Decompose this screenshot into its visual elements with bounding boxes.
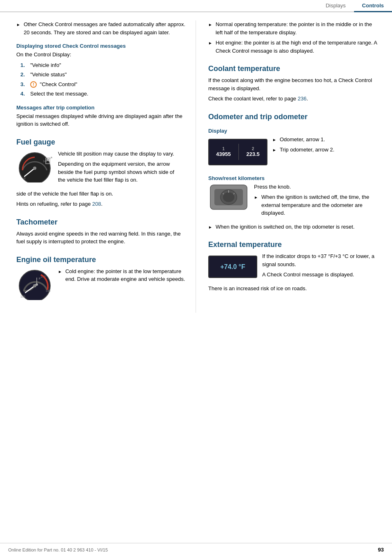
ext-temp-text3: There is an increased risk of ice on roa…	[208, 285, 380, 293]
coolant-link[interactable]: 236	[298, 96, 307, 102]
ext-temp-text1: If the indicator drops to +37 °F/+3 °C o…	[262, 252, 380, 268]
ext-temp-block: +74.0 °F If the indicator drops to +37 °…	[208, 252, 380, 281]
coolant-text2: Check the coolant level, refer to page 2…	[208, 95, 380, 103]
bullet-arrow-icon: ►	[208, 40, 212, 46]
tab-controls[interactable]: Controls	[354, 0, 392, 12]
fuel-text-part: Vehicle tilt position may cause the disp…	[58, 150, 183, 187]
svg-point-15	[36, 283, 38, 286]
show-reset-bullet1: ► When the ignition is switched off, the…	[254, 193, 380, 217]
warning-icon: !	[30, 81, 37, 88]
fuel-link[interactable]: 208	[92, 201, 101, 207]
bullet-arrow-icon: ►	[208, 224, 212, 230]
right-column: ► Normal operating temperature: the poin…	[196, 20, 392, 313]
external-temp-heading: External temperature	[208, 240, 380, 249]
oil-text-part: ► Cold engine: the pointer is at the low…	[58, 267, 187, 301]
section1-heading: Displaying stored Check Control messages	[16, 43, 187, 49]
svg-point-20	[223, 192, 234, 202]
left-column: ► Other Check Control messages are faded…	[0, 20, 196, 313]
odometer-block: 1 43955 2 223.5 ► Odometer, arrow 1. ►	[208, 136, 380, 169]
list-item: 4. Select the text message.	[20, 90, 187, 98]
section2-text: Special messages displayed while driving…	[16, 112, 187, 128]
list-item: 2. "Vehicle status"	[20, 71, 187, 79]
odo-bullet2: ► Trip odometer, arrow 2.	[272, 146, 380, 154]
ext-temp-text2: A Check Control message is displayed.	[262, 271, 380, 279]
bullet-arrow-icon: ►	[208, 22, 212, 28]
fuel-text2: Depending on the equipment version, the …	[58, 160, 183, 184]
tachometer-text: Always avoid engine speeds in the red wa…	[16, 230, 187, 246]
engine-oil-heading: Engine oil temperature	[16, 256, 187, 264]
svg-point-1	[33, 167, 36, 170]
temp-display: +74.0 °F	[208, 256, 257, 278]
svg-text:160: 160	[20, 295, 25, 298]
odo-divider	[238, 144, 239, 160]
temp-display-image: +74.0 °F	[208, 252, 257, 281]
odo-bullets: ► Odometer, arrow 1. ► Trip odometer, ar…	[272, 136, 380, 169]
knob-image	[208, 183, 249, 220]
oil-gauge-svg: 160 250 340 F	[16, 267, 53, 300]
fuel-refuel-text: Hints on refueling, refer to page 208.	[16, 200, 187, 208]
fuel-gauge-image: 0 1/2	[16, 150, 53, 187]
section1-intro: On the Control Display:	[16, 51, 187, 59]
show-reset-bullet2-text: When the ignition is switched on, the tr…	[216, 223, 354, 231]
header-tabs: Displays Controls	[0, 0, 392, 12]
show-reset-block: Press the knob. ► When the ignition is s…	[208, 183, 380, 220]
bullet-arrow-icon: ►	[16, 22, 20, 28]
list-item: 1. "Vehicle info"	[20, 61, 187, 69]
display-subheading: Display	[208, 128, 380, 134]
odo-label1: 1	[216, 147, 231, 151]
odometer-heading: Odometer and trip odometer	[208, 113, 380, 121]
coolant-heading: Coolant temperature	[208, 64, 380, 73]
bullet-arrow-icon: ►	[58, 269, 62, 275]
odo-main-value: 43955	[216, 151, 231, 157]
odo-label2: 2	[246, 147, 260, 151]
oil-bullet: ► Cold engine: the pointer is at the low…	[58, 267, 187, 283]
intro-bullet-text: Other Check Control messages are faded a…	[24, 20, 187, 36]
list-item: 3. ! "Check Control"	[20, 80, 187, 89]
odo-bullet2-text: Trip odometer, arrow 2.	[280, 146, 334, 154]
right-bullet1-text: Normal operating temperature: the pointe…	[216, 20, 380, 36]
footer-text: Online Edition for Part no. 01 40 2 963 …	[8, 547, 108, 552]
svg-text:F: F	[39, 277, 40, 280]
knob-svg	[208, 183, 249, 211]
fuel-heading: Fuel gauge	[16, 138, 187, 147]
main-content: ► Other Check Control messages are faded…	[0, 12, 392, 313]
bullet-arrow-icon: ►	[272, 137, 276, 143]
svg-rect-5	[47, 159, 49, 161]
show-reset-bullet1-text: When the ignition is switched off, the t…	[261, 193, 380, 217]
temp-value: +74.0 °F	[220, 263, 245, 271]
bullet-arrow-icon: ►	[254, 194, 258, 200]
oil-gauge-image: 160 250 340 F	[16, 267, 53, 301]
fuel-side-text: side of the vehicle the fuel filler flap…	[16, 190, 187, 198]
show-reset-bullet2: ► When the ignition is switched on, the …	[208, 223, 380, 231]
footer: Online Edition for Part no. 01 40 2 963 …	[0, 543, 392, 556]
ext-temp-text: If the indicator drops to +37 °F/+3 °C o…	[262, 252, 380, 281]
tachometer-heading: Tachometer	[16, 218, 187, 227]
section2-heading: Messages after trip completion	[16, 105, 187, 111]
intro-bullet-item: ► Other Check Control messages are faded…	[16, 20, 187, 36]
tab-displays[interactable]: Displays	[317, 0, 354, 12]
oil-bullet-text: Cold engine: the pointer is at the low t…	[65, 267, 187, 283]
show-reset-heading: Show/reset kilometers	[208, 175, 380, 181]
right-bullet1: ► Normal operating temperature: the poin…	[208, 20, 380, 36]
odo-bullet1: ► Odometer, arrow 1.	[272, 136, 380, 144]
numbered-list: 1. "Vehicle info" 2. "Vehicle status" 3.…	[20, 61, 187, 98]
bullet-arrow-icon: ►	[272, 147, 276, 153]
fuel-gauge-svg: 0 1/2	[16, 150, 53, 182]
odometer-display-image: 1 43955 2 223.5	[208, 136, 267, 169]
coolant-text1: If the coolant along with the engine bec…	[208, 76, 380, 92]
right-bullet2-text: Hot engine: the pointer is at the high e…	[216, 39, 380, 55]
fuel-gauge-block: 0 1/2 Vehicle tilt position may cause th…	[16, 150, 187, 187]
odo-bullet1-text: Odometer, arrow 1.	[280, 136, 325, 144]
svg-text:0: 0	[24, 176, 26, 180]
right-bullet2: ► Hot engine: the pointer is at the high…	[208, 39, 380, 55]
press-knob-text: Press the knob.	[254, 183, 380, 191]
engine-oil-block: 160 250 340 F ► Cold engine: the pointer…	[16, 267, 187, 301]
fuel-text1: Vehicle tilt position may cause the disp…	[58, 150, 183, 158]
page-number: 93	[378, 547, 384, 553]
odometer-display: 1 43955 2 223.5	[208, 139, 267, 165]
odo-trip-value: 223.5	[246, 151, 260, 157]
show-reset-text: Press the knob. ► When the ignition is s…	[254, 183, 380, 220]
odo-main-section: 1 43955	[216, 147, 231, 157]
odo-trip-section: 2 223.5	[246, 147, 260, 157]
